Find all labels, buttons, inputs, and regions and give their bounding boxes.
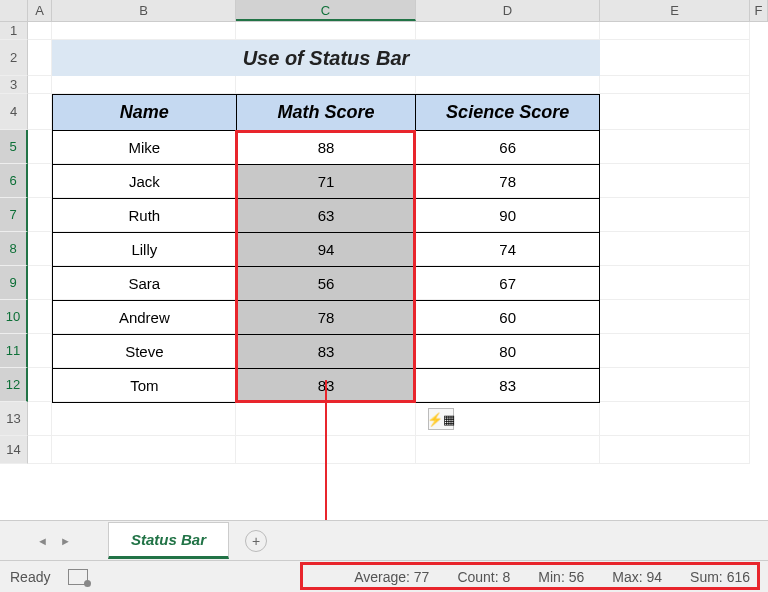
table-row: Lilly9474 [53, 233, 600, 267]
status-count: Count: 8 [457, 569, 510, 585]
cell-name[interactable]: Steve [53, 335, 237, 369]
header-name[interactable]: Name [53, 95, 237, 131]
cell-name[interactable]: Lilly [53, 233, 237, 267]
status-min: Min: 56 [538, 569, 584, 585]
cell-name[interactable]: Mike [53, 131, 237, 165]
cell-math[interactable]: 78 [236, 301, 416, 335]
cell-science[interactable]: 80 [416, 335, 600, 369]
sheet-tab-bar: ◄ ► Status Bar + [0, 520, 768, 560]
column-headers: A B C D E F [0, 0, 768, 22]
add-sheet-button[interactable]: + [245, 530, 267, 552]
col-header-C[interactable]: C [236, 0, 416, 21]
status-stats: Average: 77 Count: 8 Min: 56 Max: 94 Sum… [354, 569, 750, 585]
data-table: Name Math Score Science Score Mike8866 J… [52, 94, 600, 403]
col-header-E[interactable]: E [600, 0, 750, 21]
row-header-2[interactable]: 2 [0, 40, 28, 76]
prev-sheet-icon[interactable]: ◄ [37, 535, 48, 547]
cell-math[interactable]: 83 [236, 335, 416, 369]
table-row: Ruth6390 [53, 199, 600, 233]
cell-science[interactable]: 67 [416, 267, 600, 301]
row-header-9[interactable]: 9 [0, 266, 28, 300]
col-header-A[interactable]: A [28, 0, 52, 21]
col-header-B[interactable]: B [52, 0, 236, 21]
table-row: Sara5667 [53, 267, 600, 301]
status-average: Average: 77 [354, 569, 429, 585]
row-header-11[interactable]: 11 [0, 334, 28, 368]
table-header-row: Name Math Score Science Score [53, 95, 600, 131]
cell-math[interactable]: 71 [236, 165, 416, 199]
row-header-4[interactable]: 4 [0, 94, 28, 130]
status-max: Max: 94 [612, 569, 662, 585]
row-header-8[interactable]: 8 [0, 232, 28, 266]
select-all-corner[interactable] [0, 0, 28, 21]
table-row: Steve8380 [53, 335, 600, 369]
cell-math[interactable]: 63 [236, 199, 416, 233]
table-row: Andrew7860 [53, 301, 600, 335]
row-header-3[interactable]: 3 [0, 76, 28, 94]
cell-science[interactable]: 66 [416, 131, 600, 165]
row-header-1[interactable]: 1 [0, 22, 28, 40]
status-ready: Ready [10, 569, 50, 585]
cell-name[interactable]: Andrew [53, 301, 237, 335]
row-header-7[interactable]: 7 [0, 198, 28, 232]
header-science[interactable]: Science Score [416, 95, 600, 131]
table-row: Mike8866 [53, 131, 600, 165]
row-header-12[interactable]: 12 [0, 368, 28, 402]
cell-name[interactable]: Ruth [53, 199, 237, 233]
row-header-14[interactable]: 14 [0, 436, 28, 464]
col-header-F[interactable]: F [750, 0, 768, 21]
row-header-13[interactable]: 13 [0, 402, 28, 436]
cell-math[interactable]: 56 [236, 267, 416, 301]
macro-record-icon[interactable] [68, 569, 88, 585]
table-row: Jack7178 [53, 165, 600, 199]
cell-science[interactable]: 74 [416, 233, 600, 267]
title-banner: Use of Status Bar [52, 40, 600, 76]
cell-science[interactable]: 83 [416, 369, 600, 403]
cell-math[interactable]: 94 [236, 233, 416, 267]
grid-area: 1 2 3 4 5 6 7 8 9 10 11 12 13 14 Use of … [0, 22, 768, 520]
quick-analysis-icon[interactable]: ⚡▦ [428, 408, 454, 430]
cell-science[interactable]: 78 [416, 165, 600, 199]
cell-name[interactable]: Tom [53, 369, 237, 403]
next-sheet-icon[interactable]: ► [60, 535, 71, 547]
cell-science[interactable]: 90 [416, 199, 600, 233]
status-bar: Ready Average: 77 Count: 8 Min: 56 Max: … [0, 560, 768, 592]
sheet-tab-status-bar[interactable]: Status Bar [108, 522, 229, 559]
row-header-10[interactable]: 10 [0, 300, 28, 334]
cell-name[interactable]: Jack [53, 165, 237, 199]
cell-math[interactable]: 88 [236, 131, 416, 165]
col-header-D[interactable]: D [416, 0, 600, 21]
status-sum: Sum: 616 [690, 569, 750, 585]
tab-nav: ◄ ► [0, 535, 108, 547]
row-header-5[interactable]: 5 [0, 130, 28, 164]
cell-science[interactable]: 60 [416, 301, 600, 335]
cell-name[interactable]: Sara [53, 267, 237, 301]
header-math[interactable]: Math Score [236, 95, 416, 131]
row-header-6[interactable]: 6 [0, 164, 28, 198]
